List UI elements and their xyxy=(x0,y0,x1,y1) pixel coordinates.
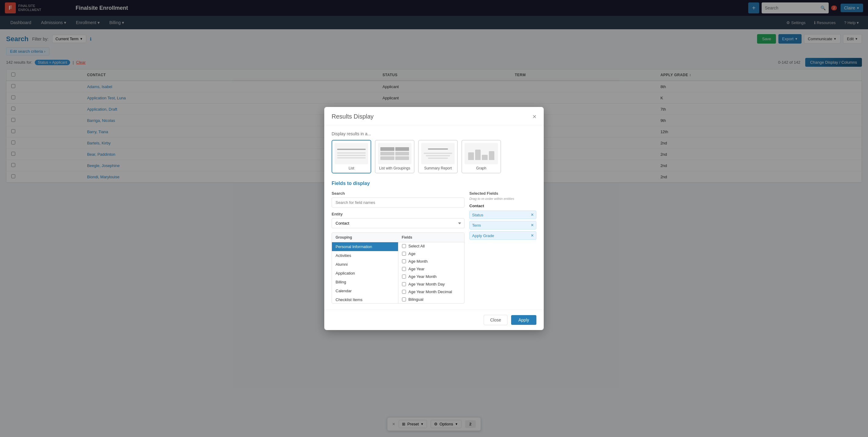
graph-preview-icon xyxy=(464,143,498,164)
list-label: List xyxy=(335,166,368,170)
display-types-row: List List with Groupings xyxy=(332,140,536,174)
modal-close-button[interactable]: × xyxy=(532,113,536,120)
display-type-graph[interactable]: Graph xyxy=(461,140,501,174)
display-type-list-groupings[interactable]: List with Groupings xyxy=(375,140,414,174)
display-in-label: Display results in a... xyxy=(332,131,536,136)
modal-title: Results Display xyxy=(332,113,374,120)
summary-report-preview-icon xyxy=(421,143,455,164)
list-groupings-label: List with Groupings xyxy=(378,166,411,170)
summary-report-label: Summary Report xyxy=(421,166,455,170)
list-preview-icon xyxy=(335,143,368,164)
modal-body: Display results in a... List xyxy=(324,125,544,188)
display-type-summary-report[interactable]: Summary Report xyxy=(418,140,458,174)
results-display-modal: Results Display × Display results in a..… xyxy=(324,107,544,188)
modal-header: Results Display × xyxy=(324,107,544,125)
modal-overlay: Results Display × Display results in a..… xyxy=(0,0,868,188)
graph-label: Graph xyxy=(464,166,498,170)
display-type-list[interactable]: List xyxy=(332,140,371,174)
list-groupings-preview-icon xyxy=(378,143,411,164)
fields-section-title: Fields to display xyxy=(332,181,536,186)
